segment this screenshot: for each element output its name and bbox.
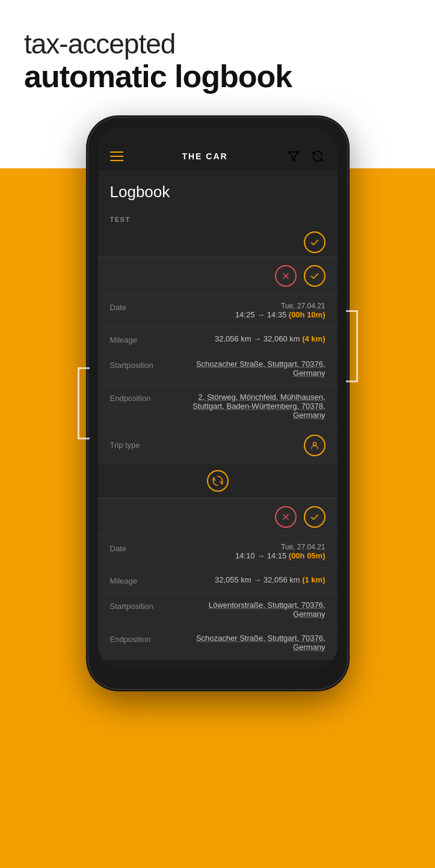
trip1-date-row: Date Tue, 27.04.21 14:25 → 14:35 (00h 10… (98, 295, 338, 327)
trip1-triptype-label: Trip type (110, 441, 140, 450)
trip2-actions (98, 499, 338, 536)
trip2-start-row: Startposition Löwentorstraße, Stuttgart,… (98, 593, 338, 626)
trip1-end-row: Endposition 2, Störweg, Mönchfeld, Mühlh… (98, 385, 338, 427)
trip2-start-label: Startposition (110, 601, 164, 611)
trip2-mileage-value: 32,055 km → 32,056 km (1 km) (215, 575, 325, 584)
trip1-mileage-delta: (4 km) (302, 334, 325, 343)
bracket-left-decoration (78, 367, 90, 439)
trip1-triptype-person-icon[interactable] (304, 435, 325, 456)
tagline-light: tax-accepted (24, 29, 411, 60)
page-title-section: Logbook (98, 171, 338, 211)
trip1-date-value: Tue, 27.04.21 14:25 → 14:35 (00h 10m) (235, 302, 325, 319)
trip2-date-line: Tue, 27.04.21 (235, 543, 325, 551)
trip2-duration: (00h 05m) (289, 551, 325, 560)
phone-frame: THE CAR (88, 118, 347, 689)
trip2-date-row: Date Tue, 27.04.21 14:10 → 14:15 (00h 05… (98, 536, 338, 568)
trip1-start-row: Startposition Schozacher Straße, Stuttga… (98, 352, 338, 385)
header-actions (286, 149, 325, 164)
tagline-bold: automatic logbook (24, 60, 411, 94)
status-bar (98, 127, 338, 144)
svg-point-3 (313, 442, 316, 445)
trip1-cancel-button[interactable] (275, 265, 297, 287)
sync-row (98, 464, 338, 498)
trip2-mileage-row: Mileage 32,055 km → 32,056 km (1 km) (98, 568, 338, 593)
trip1-actions (98, 258, 338, 295)
trip1-end-value[interactable]: 2, Störweg, Mönchfeld, Mühlhausen, Stutt… (181, 393, 325, 420)
trip2-start-value[interactable]: Löwentorstraße, Stuttgart, 70376, German… (181, 601, 325, 619)
trip1-mileage-row: Mileage 32,056 km → 32,060 km (4 km) (98, 327, 338, 352)
trip2-cancel-button[interactable] (275, 506, 297, 528)
trip2-date-value: Tue, 27.04.21 14:10 → 14:15 (00h 05m) (235, 543, 325, 560)
trip1-duration: (00h 10m) (289, 310, 325, 319)
section-label-test: TEST (98, 211, 338, 228)
sync-icon-button[interactable] (207, 470, 229, 492)
test-confirm-button[interactable] (304, 231, 325, 253)
trip1-start-value[interactable]: Schozacher Straße, Stuttgart, 70376, Ger… (181, 359, 325, 377)
bracket-right-decoration (346, 310, 358, 382)
trip2-date-label: Date (110, 543, 164, 553)
trip1-triptype-row: Trip type (98, 427, 338, 464)
trip1-start-label: Startposition (110, 359, 164, 370)
trip1-confirm-button[interactable] (304, 265, 325, 287)
trip1-date-line: Tue, 27.04.21 (235, 302, 325, 310)
trip2-time-line: 14:10 → 14:15 (00h 05m) (235, 551, 325, 560)
app-title: THE CAR (182, 151, 227, 161)
refresh-button[interactable] (310, 149, 325, 164)
filter-button[interactable] (286, 149, 301, 164)
trip1-date-label: Date (110, 302, 164, 312)
trip2-mileage-label: Mileage (110, 575, 164, 585)
trip2-end-row: Endposition Schozacher Straße, Stuttgart… (98, 626, 338, 659)
trip2-confirm-button[interactable] (304, 506, 325, 528)
hamburger-menu-button[interactable] (110, 151, 123, 161)
trip-card-2: Date Tue, 27.04.21 14:10 → 14:15 (00h 05… (98, 498, 338, 659)
phone-screen: THE CAR (98, 127, 338, 668)
trip1-mileage-label: Mileage (110, 334, 164, 344)
trip1-mileage-value: 32,056 km → 32,060 km (4 km) (215, 334, 325, 343)
trip1-time-line: 14:25 → 14:35 (00h 10m) (235, 310, 325, 319)
trip2-mileage-delta: (1 km) (302, 575, 325, 584)
trip2-end-value[interactable]: Schozacher Straße, Stuttgart, 70376, Ger… (181, 634, 325, 652)
page-title: Logbook (110, 183, 325, 201)
app-header: THE CAR (98, 144, 338, 171)
svg-marker-0 (289, 151, 299, 160)
trip-card-1: Date Tue, 27.04.21 14:25 → 14:35 (00h 10… (98, 257, 338, 464)
trip2-end-label: Endposition (110, 634, 164, 644)
trip1-end-label: Endposition (110, 393, 164, 403)
